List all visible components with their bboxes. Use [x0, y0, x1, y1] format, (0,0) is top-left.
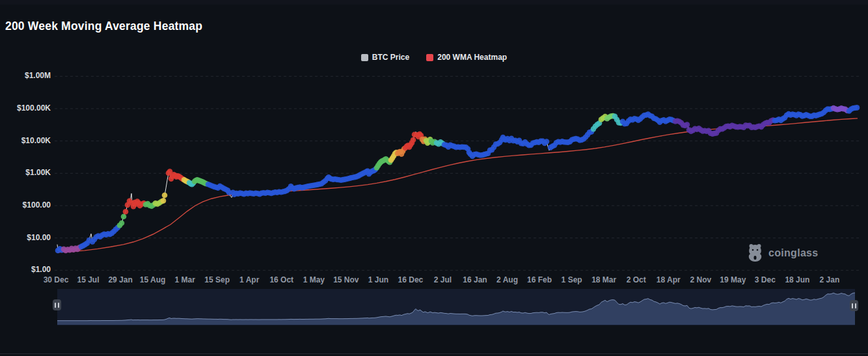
navigator-handle-right[interactable]: [850, 300, 858, 311]
heatmap-dots: [55, 105, 860, 253]
x-axis-label: 16 Oct: [269, 275, 293, 284]
coinglass-mascot-icon: [747, 243, 763, 262]
x-axis-label: 16 Feb: [527, 275, 552, 284]
x-axis-label: 19 May: [720, 275, 746, 284]
navigator[interactable]: [57, 289, 855, 325]
x-axis-label: 15 Jul: [77, 275, 100, 284]
x-axis-label: 2 Jan: [820, 275, 840, 284]
x-axis-label: 18 Jun: [785, 275, 809, 284]
x-axis-label: 18 Mar: [591, 275, 616, 284]
y-axis-label: $1.00M: [0, 71, 51, 80]
x-axis-label: 15 Sep: [204, 275, 230, 284]
x-axis-label: 1 Mar: [174, 275, 195, 284]
x-axis-label: 1 Jun: [368, 275, 388, 284]
x-axis-label: 29 Jan: [108, 275, 132, 284]
wma-line: [57, 118, 858, 253]
x-axis-label: 1 May: [303, 275, 325, 284]
watermark-label: coinglass: [768, 247, 819, 259]
x-axis-label: 15 Aug: [140, 275, 166, 284]
y-axis-label: $1.00K: [0, 168, 51, 177]
y-axis-label: $100.00K: [0, 103, 51, 113]
x-axis-label: 1 Sep: [562, 275, 582, 284]
x-axis-label: 1 Apr: [239, 275, 259, 284]
x-axis-label: 15 Nov: [333, 275, 359, 284]
x-axis-label: 16 Jan: [463, 275, 487, 284]
y-axis-label: $1.00: [0, 265, 51, 274]
x-axis-label: 3 Dec: [755, 275, 776, 284]
app-root: 200 Week Moving Average Heatmap BTC Pric…: [0, 0, 868, 356]
x-axis-label: 18 Apr: [657, 275, 681, 284]
bottom-divider: [0, 353, 868, 354]
x-axis-label: 16 Dec: [398, 275, 424, 284]
x-axis-label: 2 Oct: [627, 275, 646, 284]
navigator-handle-left[interactable]: [53, 299, 61, 310]
x-axis-label: 2 Aug: [496, 275, 518, 284]
y-axis-label: $10.00: [0, 233, 51, 242]
coinglass-watermark: coinglass: [747, 243, 819, 262]
x-axis-label: 30 Dec: [44, 275, 69, 284]
y-axis-label: $100.00: [0, 200, 51, 210]
x-axis-label: 2 Nov: [690, 275, 711, 284]
y-axis-label: $10.00K: [0, 136, 51, 145]
x-axis-label: 2 Jul: [434, 275, 452, 284]
